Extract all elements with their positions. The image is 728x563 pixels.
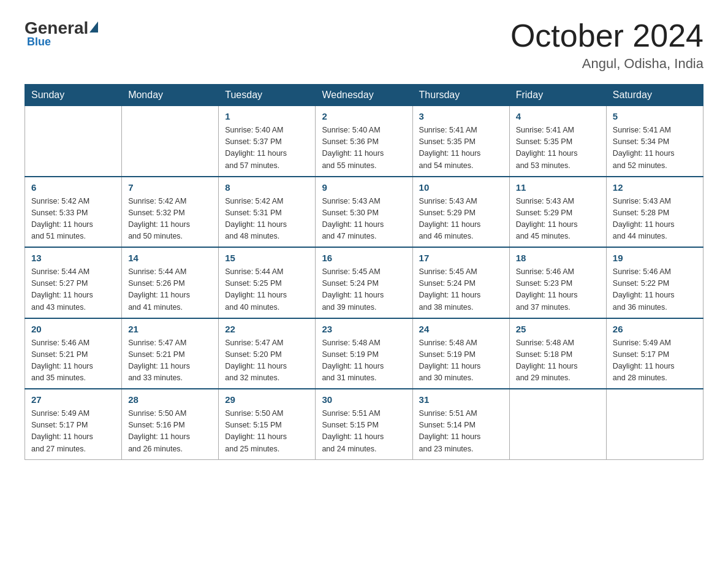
day-info: Sunrise: 5:45 AMSunset: 5:24 PMDaylight:… <box>419 267 481 311</box>
weekday-header-wednesday: Wednesday <box>316 85 412 106</box>
logo: General Blue <box>25 18 99 48</box>
calendar-week-row: 1Sunrise: 5:40 AMSunset: 5:37 PMDaylight… <box>25 106 703 177</box>
calendar-week-row: 20Sunrise: 5:46 AMSunset: 5:21 PMDayligh… <box>25 318 703 389</box>
day-info: Sunrise: 5:51 AMSunset: 5:14 PMDaylight:… <box>419 409 481 453</box>
logo-triangle-icon <box>89 21 98 33</box>
logo-blue-text: Blue <box>27 36 99 48</box>
day-number: 29 <box>225 394 309 405</box>
calendar-day-cell: 30Sunrise: 5:51 AMSunset: 5:15 PMDayligh… <box>316 389 412 459</box>
calendar-week-row: 6Sunrise: 5:42 AMSunset: 5:33 PMDaylight… <box>25 177 703 248</box>
weekday-header-saturday: Saturday <box>606 85 703 106</box>
day-number: 18 <box>516 253 600 263</box>
day-info: Sunrise: 5:41 AMSunset: 5:35 PMDaylight:… <box>516 126 578 169</box>
weekday-header-monday: Monday <box>122 85 219 106</box>
calendar-table: SundayMondayTuesdayWednesdayThursdayFrid… <box>25 84 703 460</box>
day-info: Sunrise: 5:41 AMSunset: 5:34 PMDaylight:… <box>613 126 675 169</box>
day-info: Sunrise: 5:42 AMSunset: 5:32 PMDaylight:… <box>128 197 190 240</box>
day-info: Sunrise: 5:48 AMSunset: 5:19 PMDaylight:… <box>322 339 384 382</box>
day-info: Sunrise: 5:42 AMSunset: 5:31 PMDaylight:… <box>225 197 287 240</box>
day-number: 16 <box>322 253 406 263</box>
weekday-header-row: SundayMondayTuesdayWednesdayThursdayFrid… <box>25 85 703 106</box>
calendar-day-cell <box>606 389 703 459</box>
day-number: 15 <box>225 253 309 263</box>
calendar-day-cell: 3Sunrise: 5:41 AMSunset: 5:35 PMDaylight… <box>412 106 509 177</box>
calendar-day-cell: 27Sunrise: 5:49 AMSunset: 5:17 PMDayligh… <box>25 389 122 459</box>
calendar-day-cell <box>509 389 606 459</box>
day-number: 3 <box>419 111 503 121</box>
calendar-day-cell: 24Sunrise: 5:48 AMSunset: 5:19 PMDayligh… <box>412 318 509 389</box>
day-info: Sunrise: 5:44 AMSunset: 5:27 PMDaylight:… <box>31 267 93 311</box>
page-header: General Blue October 2024 Angul, Odisha,… <box>25 18 703 72</box>
calendar-day-cell: 25Sunrise: 5:48 AMSunset: 5:18 PMDayligh… <box>509 318 606 389</box>
day-number: 12 <box>613 182 697 193</box>
calendar-day-cell: 22Sunrise: 5:47 AMSunset: 5:20 PMDayligh… <box>219 318 316 389</box>
calendar-day-cell: 29Sunrise: 5:50 AMSunset: 5:15 PMDayligh… <box>219 389 316 459</box>
title-area: October 2024 Angul, Odisha, India <box>510 18 703 72</box>
location-title: Angul, Odisha, India <box>510 56 703 72</box>
day-info: Sunrise: 5:40 AMSunset: 5:36 PMDaylight:… <box>322 126 384 169</box>
weekday-header-sunday: Sunday <box>25 85 122 106</box>
day-number: 19 <box>613 253 697 263</box>
calendar-day-cell: 8Sunrise: 5:42 AMSunset: 5:31 PMDaylight… <box>219 177 316 248</box>
day-number: 28 <box>128 394 212 405</box>
day-info: Sunrise: 5:47 AMSunset: 5:21 PMDaylight:… <box>128 339 190 382</box>
calendar-day-cell: 19Sunrise: 5:46 AMSunset: 5:22 PMDayligh… <box>606 247 703 318</box>
day-info: Sunrise: 5:43 AMSunset: 5:29 PMDaylight:… <box>516 197 578 240</box>
day-info: Sunrise: 5:43 AMSunset: 5:29 PMDaylight:… <box>419 197 481 240</box>
day-info: Sunrise: 5:40 AMSunset: 5:37 PMDaylight:… <box>225 126 287 169</box>
day-info: Sunrise: 5:41 AMSunset: 5:35 PMDaylight:… <box>419 126 481 169</box>
day-info: Sunrise: 5:47 AMSunset: 5:20 PMDaylight:… <box>225 339 287 382</box>
month-title: October 2024 <box>510 18 703 53</box>
day-number: 25 <box>516 324 600 334</box>
day-info: Sunrise: 5:50 AMSunset: 5:16 PMDaylight:… <box>128 409 190 453</box>
day-number: 20 <box>31 324 115 334</box>
day-number: 13 <box>31 253 115 263</box>
day-info: Sunrise: 5:49 AMSunset: 5:17 PMDaylight:… <box>31 409 93 453</box>
day-number: 17 <box>419 253 503 263</box>
day-number: 26 <box>613 324 697 334</box>
calendar-day-cell: 9Sunrise: 5:43 AMSunset: 5:30 PMDaylight… <box>316 177 412 248</box>
day-info: Sunrise: 5:50 AMSunset: 5:15 PMDaylight:… <box>225 409 287 453</box>
calendar-day-cell: 20Sunrise: 5:46 AMSunset: 5:21 PMDayligh… <box>25 318 122 389</box>
calendar-day-cell: 4Sunrise: 5:41 AMSunset: 5:35 PMDaylight… <box>509 106 606 177</box>
day-number: 21 <box>128 324 212 334</box>
day-number: 2 <box>322 111 406 121</box>
calendar-day-cell: 28Sunrise: 5:50 AMSunset: 5:16 PMDayligh… <box>122 389 219 459</box>
calendar-day-cell <box>122 106 219 177</box>
day-number: 8 <box>225 182 309 193</box>
calendar-day-cell: 31Sunrise: 5:51 AMSunset: 5:14 PMDayligh… <box>412 389 509 459</box>
calendar-day-cell: 6Sunrise: 5:42 AMSunset: 5:33 PMDaylight… <box>25 177 122 248</box>
day-info: Sunrise: 5:42 AMSunset: 5:33 PMDaylight:… <box>31 197 93 240</box>
calendar-day-cell <box>25 106 122 177</box>
calendar-day-cell: 16Sunrise: 5:45 AMSunset: 5:24 PMDayligh… <box>316 247 412 318</box>
calendar-day-cell: 15Sunrise: 5:44 AMSunset: 5:25 PMDayligh… <box>219 247 316 318</box>
day-info: Sunrise: 5:46 AMSunset: 5:23 PMDaylight:… <box>516 267 578 311</box>
day-info: Sunrise: 5:46 AMSunset: 5:21 PMDaylight:… <box>31 339 93 382</box>
calendar-day-cell: 14Sunrise: 5:44 AMSunset: 5:26 PMDayligh… <box>122 247 219 318</box>
day-number: 9 <box>322 182 406 193</box>
day-info: Sunrise: 5:51 AMSunset: 5:15 PMDaylight:… <box>322 409 384 453</box>
day-info: Sunrise: 5:48 AMSunset: 5:19 PMDaylight:… <box>419 339 481 382</box>
day-number: 27 <box>31 394 115 405</box>
weekday-header-tuesday: Tuesday <box>219 85 316 106</box>
calendar-day-cell: 12Sunrise: 5:43 AMSunset: 5:28 PMDayligh… <box>606 177 703 248</box>
calendar-day-cell: 23Sunrise: 5:48 AMSunset: 5:19 PMDayligh… <box>316 318 412 389</box>
weekday-header-thursday: Thursday <box>412 85 509 106</box>
day-number: 22 <box>225 324 309 334</box>
calendar-day-cell: 26Sunrise: 5:49 AMSunset: 5:17 PMDayligh… <box>606 318 703 389</box>
calendar-day-cell: 7Sunrise: 5:42 AMSunset: 5:32 PMDaylight… <box>122 177 219 248</box>
weekday-header-friday: Friday <box>509 85 606 106</box>
day-number: 7 <box>128 182 212 193</box>
day-number: 30 <box>322 394 406 405</box>
calendar-week-row: 27Sunrise: 5:49 AMSunset: 5:17 PMDayligh… <box>25 389 703 459</box>
calendar-day-cell: 1Sunrise: 5:40 AMSunset: 5:37 PMDaylight… <box>219 106 316 177</box>
calendar-day-cell: 11Sunrise: 5:43 AMSunset: 5:29 PMDayligh… <box>509 177 606 248</box>
day-number: 1 <box>225 111 309 121</box>
day-number: 11 <box>516 182 600 193</box>
calendar-day-cell: 13Sunrise: 5:44 AMSunset: 5:27 PMDayligh… <box>25 247 122 318</box>
day-info: Sunrise: 5:43 AMSunset: 5:28 PMDaylight:… <box>613 197 675 240</box>
day-info: Sunrise: 5:46 AMSunset: 5:22 PMDaylight:… <box>613 267 675 311</box>
day-number: 24 <box>419 324 503 334</box>
calendar-week-row: 13Sunrise: 5:44 AMSunset: 5:27 PMDayligh… <box>25 247 703 318</box>
day-number: 23 <box>322 324 406 334</box>
